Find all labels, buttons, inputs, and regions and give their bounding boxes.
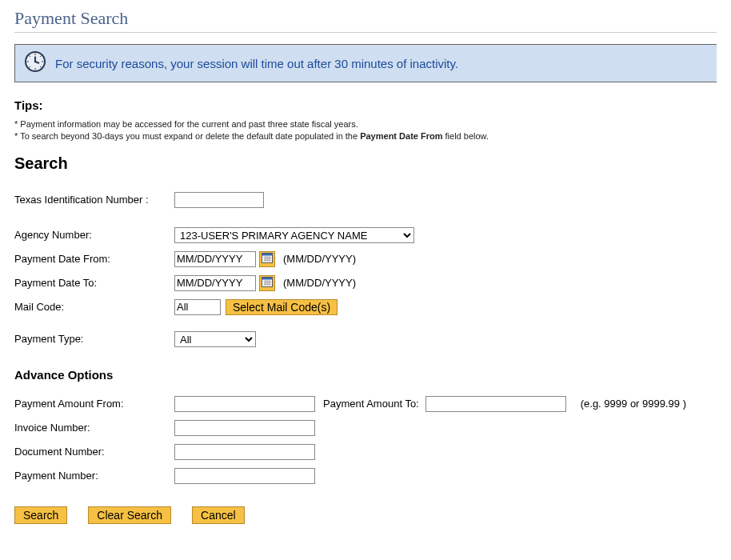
invoice-number-input[interactable] [174,420,315,436]
svg-point-11 [34,61,37,63]
title-divider [14,32,717,33]
payment-type-select[interactable]: All [174,331,256,347]
tin-input[interactable] [174,192,264,208]
search-heading: Search [14,154,717,173]
payment-amount-to-input[interactable] [425,396,566,412]
document-number-label: Document Number: [14,446,174,458]
svg-rect-13 [262,254,273,256]
invoice-number-label: Invoice Number: [14,422,174,434]
timeout-notice: For security reasons, your session will … [14,44,717,82]
tips-line-2-bold: Payment Date From [360,131,442,141]
tips-line-2: * To search beyond 30-days you must expa… [14,130,717,142]
tips-line-1: * Payment information may be accessed fo… [14,118,717,130]
payment-date-from-label: Payment Date From: [14,253,174,265]
agency-number-select[interactable]: 123-USER'S PRIMARY AGENCY NAME [174,227,414,243]
calendar-from-button[interactable] [259,251,275,267]
calendar-icon [262,252,273,266]
tips-line-2a: * To search beyond 30-days you must expa… [14,131,360,141]
date-from-hint: (MM/DD/YYYY) [283,253,356,265]
payment-date-to-input[interactable] [174,275,256,291]
select-mail-code-button[interactable]: Select Mail Code(s) [226,299,338,315]
mail-code-label: Mail Code: [14,301,174,313]
payment-amount-from-label: Payment Amount From: [14,398,174,410]
tips-body: * Payment information may be accessed fo… [14,118,717,143]
calendar-to-button[interactable] [259,275,275,291]
agency-number-label: Agency Number: [14,229,174,241]
tips-heading: Tips: [14,98,717,112]
payment-date-from-input[interactable] [174,251,256,267]
mail-code-input[interactable] [174,299,221,315]
tips-line-2b: field below. [442,131,488,141]
svg-rect-21 [262,278,273,280]
payment-number-input[interactable] [174,468,315,484]
payment-amount-to-label: Payment Amount To: [323,398,419,410]
cancel-button[interactable]: Cancel [192,506,245,524]
date-to-hint: (MM/DD/YYYY) [283,277,356,289]
search-button[interactable]: Search [14,506,67,524]
payment-amount-from-input[interactable] [174,396,315,412]
tin-label: Texas Identification Number : [14,194,174,206]
clear-search-button[interactable]: Clear Search [88,506,171,524]
payment-number-label: Payment Number: [14,470,174,482]
document-number-input[interactable] [174,444,315,460]
payment-type-label: Payment Type: [14,333,174,345]
advance-options-heading: Advance Options [14,368,717,382]
page-title: Payment Search [14,8,717,29]
payment-amount-hint: (e.g. 9999 or 9999.99 ) [581,398,686,410]
payment-date-to-label: Payment Date To: [14,277,174,289]
calendar-icon [262,276,273,290]
timeout-notice-text: For security reasons, your session will … [55,57,458,70]
clock-icon [25,51,46,75]
